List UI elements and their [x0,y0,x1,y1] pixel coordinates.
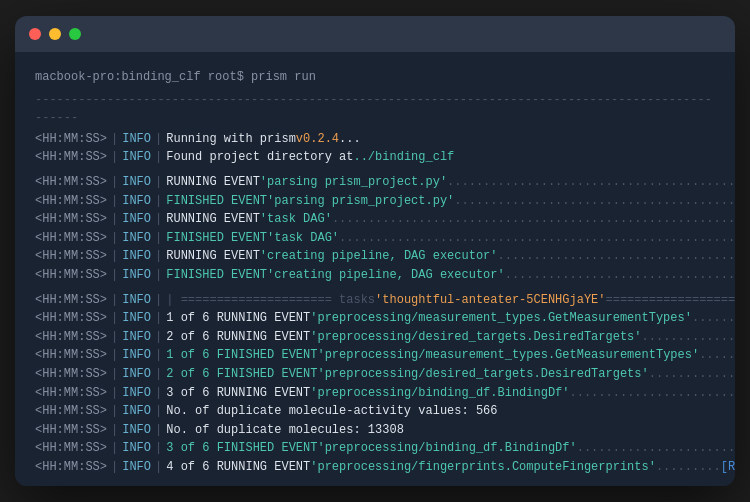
log-line: <HH:MM:SS> | INFO | FINISHED EVENT 'pars… [35,192,715,211]
prompt-user: macbook-pro:binding_clf root$ prism run [35,68,316,87]
log-line: <HH:MM:SS> | INFO | 1 of 6 RUNNING EVENT… [35,309,715,328]
log-line: <HH:MM:SS> | INFO | RUNNING EVENT 'creat… [35,247,715,266]
terminal-body: macbook-pro:binding_clf root$ prism run … [15,52,735,486]
prompt-line: macbook-pro:binding_clf root$ prism run [35,68,715,87]
path-link: ../binding_clf [353,148,454,167]
terminal-window: macbook-pro:binding_clf root$ prism run … [15,16,735,486]
log-line: <HH:MM:SS> | INFO | No. of duplicate mol… [35,402,715,421]
log-line: <HH:MM:SS> | INFO | 3 of 6 RUNNING EVENT… [35,384,715,403]
version: v0.2.4 [296,130,339,149]
info-label: INFO [122,148,151,167]
log-line: <HH:MM:SS> | INFO | RUNNING EVENT 'parsi… [35,173,715,192]
log-line: <HH:MM:SS> | INFO | 2 of 6 FINISHED EVEN… [35,365,715,384]
log-line: <HH:MM:SS> | INFO | FINISHED EVENT 'task… [35,229,715,248]
log-line: <HH:MM:SS> | INFO | Running with prism v… [35,130,715,149]
log-line: <HH:MM:SS> | INFO | FINISHED EVENT 'crea… [35,266,715,285]
close-button[interactable] [29,28,41,40]
separator-line: ----------------------------------------… [35,91,715,128]
ellipsis-line: ... [35,476,715,486]
minimize-button[interactable] [49,28,61,40]
titlebar [15,16,735,52]
timestamp: <HH:MM:SS> [35,148,107,167]
log-line: <HH:MM:SS> | INFO | | ==================… [35,291,715,310]
timestamp: <HH:MM:SS> [35,130,107,149]
log-line: <HH:MM:SS> | INFO | 3 of 6 FINISHED EVEN… [35,439,715,458]
maximize-button[interactable] [69,28,81,40]
log-text: Found project directory at [166,148,353,167]
log-line: <HH:MM:SS> | INFO | 1 of 6 FINISHED EVEN… [35,346,715,365]
log-text: Running with prism [166,130,296,149]
log-line: <HH:MM:SS> | INFO | No. of duplicate mol… [35,421,715,440]
log-line: <HH:MM:SS> | INFO | Found project direct… [35,148,715,167]
info-label: INFO [122,130,151,149]
log-line: <HH:MM:SS> | INFO | 2 of 6 RUNNING EVENT… [35,328,715,347]
log-line: <HH:MM:SS> | INFO | 4 of 6 RUNNING EVENT… [35,458,715,477]
log-line: <HH:MM:SS> | INFO | RUNNING EVENT 'task … [35,210,715,229]
